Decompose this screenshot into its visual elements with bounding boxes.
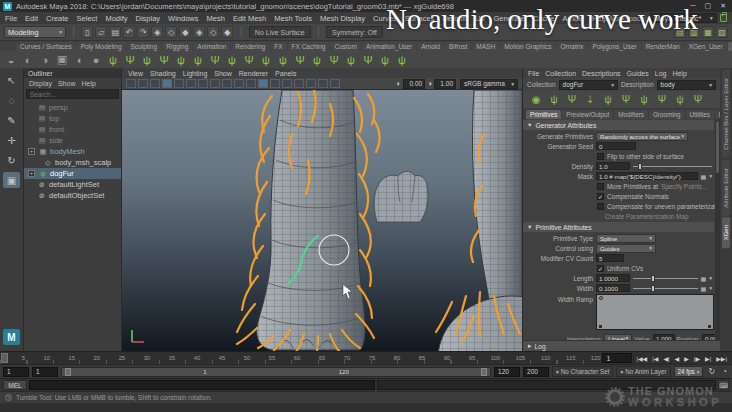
viewport-toolbar-icon[interactable] [306, 79, 316, 88]
xgen-scrollbar[interactable] [715, 119, 720, 340]
uniform-cvs-checkbox[interactable]: ✓ [597, 265, 604, 272]
shelf-tool-icon[interactable]: ψ [259, 53, 273, 67]
expand-icon[interactable]: + [28, 170, 35, 177]
sidebar-toggle-icon[interactable]: ▤ [674, 26, 686, 38]
viewport-toolbar-icon[interactable] [282, 79, 292, 88]
shelf-tool-icon[interactable]: ψ [191, 53, 205, 67]
lasso-select-tool-icon[interactable]: ◌ [3, 92, 20, 108]
more-primitives-checkbox[interactable] [597, 183, 604, 190]
shelf-tab[interactable]: Polygons_User [589, 42, 641, 51]
flip-checkbox[interactable] [597, 153, 604, 160]
rotate-tool-icon[interactable]: ↻ [3, 152, 20, 168]
generator-attributes-header[interactable]: ▼ Generator Attributes [523, 120, 714, 130]
xgen-tab[interactable]: Utilities [686, 110, 714, 119]
status-tool-icon[interactable]: ◆ [179, 26, 191, 38]
script-editor-icon[interactable]: ⌨ [718, 380, 729, 390]
chevron-down-icon[interactable]: ▾ [709, 275, 712, 281]
shelf-tool-icon[interactable]: Ψ [123, 53, 137, 67]
menu-item[interactable]: Display [136, 14, 161, 23]
select-tool-icon[interactable]: ↖ [3, 72, 20, 88]
step-forward-frame-button[interactable]: ▶| [703, 354, 713, 363]
shelf-tool-icon[interactable]: ▣ [55, 53, 69, 67]
menu-item[interactable]: UV [475, 14, 485, 23]
step-back-frame-button[interactable]: |◀ [650, 354, 660, 363]
sidebar-toggle-icon[interactable]: ▧ [716, 26, 728, 38]
xgen-tool-icon[interactable]: ◉ [529, 93, 543, 106]
map-icon[interactable]: ▦ [701, 275, 707, 282]
symmetry-field[interactable]: Symmetry: Off [326, 26, 383, 38]
tab-attribute-editor[interactable]: Attribute Editor [722, 160, 730, 216]
xgen-tab[interactable]: Preview/Output [562, 110, 613, 119]
shelf-tab[interactable]: Bifrost [445, 42, 471, 51]
xgen-tool-icon[interactable]: Ψ [655, 93, 669, 106]
close-icon[interactable]: ✕ [720, 2, 726, 10]
outliner-menu-item[interactable]: Display [29, 80, 52, 87]
outliner-item-defaultlightset[interactable]: ⊘ defaultLightSet [24, 179, 121, 190]
range-slider-bar[interactable]: 1 120 [61, 367, 491, 377]
maximize-icon[interactable]: ▢ [705, 2, 712, 10]
status-tool-icon[interactable]: ◇ [207, 26, 219, 38]
mask-expression-field[interactable]: 1.0 # map('${DESC}/density/') [596, 172, 698, 180]
viewport-menu-item[interactable]: Renderer [239, 70, 268, 77]
viewport-toolbar-icon[interactable] [222, 79, 232, 88]
shelf-tab[interactable]: XGen [728, 42, 732, 51]
shelf-tab[interactable]: FX [270, 42, 286, 51]
shelf-tab[interactable]: Motion Graphics [500, 42, 555, 51]
viewport-toolbar-icon[interactable] [186, 79, 196, 88]
colorspace-select[interactable]: sRGB gamma ▾ [460, 79, 518, 89]
viewport-toolbar-icon[interactable] [294, 79, 304, 88]
primitive-attributes-header[interactable]: ▼ Primitive Attributes [523, 222, 714, 232]
generator-seed-field[interactable]: 0 [596, 142, 636, 150]
menu-item[interactable]: Cache [533, 14, 555, 23]
outliner-item-persp[interactable]: ▤ persp [24, 102, 121, 113]
menu-item[interactable]: Help [592, 14, 607, 23]
outliner-item-defaultobjectset[interactable]: ⊘ defaultObjectSet [24, 190, 121, 201]
workspace-select[interactable]: Maya Classic* ▾ [650, 13, 717, 23]
viewport-toolbar-icon[interactable] [174, 79, 184, 88]
menu-item[interactable]: Generate [493, 14, 524, 23]
viewport-toolbar-icon[interactable] [150, 79, 160, 88]
xgen-menu-item[interactable]: Help [672, 70, 686, 77]
xgen-tab[interactable]: Primitives [526, 110, 561, 119]
shelf-tool-icon[interactable]: Ψ [327, 53, 341, 67]
shelf-tab[interactable]: XGen_User [685, 42, 727, 51]
viewport-toolbar-icon[interactable] [138, 79, 148, 88]
xgen-menu-item[interactable]: Descriptions [582, 70, 621, 77]
shelf-tool-icon[interactable]: ψ [378, 53, 392, 67]
viewport-toolbar-icon[interactable] [198, 79, 208, 88]
xgen-tool-icon[interactable]: ψ [547, 93, 561, 106]
outliner-item-bodymesh[interactable]: + ▦ bodyMesh [24, 146, 121, 157]
viewport-toolbar-icon[interactable] [126, 79, 136, 88]
shelf-tab[interactable]: Poly Modeling [77, 42, 126, 51]
shelf-tool-icon[interactable]: ◑ [38, 53, 52, 67]
shelf-tab[interactable]: RenderMan [642, 42, 684, 51]
map-icon[interactable]: ▦ [701, 285, 707, 292]
status-tool-icon[interactable]: ↶ [123, 26, 135, 38]
shelf-tab[interactable]: Animation [193, 42, 230, 51]
go-to-start-button[interactable]: |◀◀ [634, 354, 649, 363]
outliner-item-front[interactable]: ▤ front [24, 124, 121, 135]
viewport-menu-item[interactable]: Show [214, 70, 232, 77]
range-end-handle[interactable] [481, 368, 487, 376]
shelf-tool-icon[interactable]: ψ [344, 53, 358, 67]
specify-points-button[interactable]: Specify Points... [661, 183, 707, 190]
viewport-toolbar-icon[interactable] [258, 79, 268, 88]
menu-item[interactable]: Edit [25, 14, 38, 23]
range-start-handle[interactable] [65, 368, 71, 376]
step-forward-key-button[interactable]: |▶ [692, 354, 702, 363]
animation-end-field[interactable]: 200 [523, 367, 549, 377]
menu-item[interactable]: Select [77, 14, 98, 23]
status-tool-icon[interactable]: ▱ [95, 26, 107, 38]
menu-item[interactable]: Mesh [207, 14, 225, 23]
xgen-tool-icon[interactable]: Ψ [619, 93, 633, 106]
sidebar-toggle-icon[interactable]: ▦ [702, 26, 714, 38]
chevron-down-icon[interactable]: ▾ [709, 285, 712, 291]
live-surface-field[interactable]: No Live Surface [249, 26, 311, 38]
tab-channel-box[interactable]: Channel Box / Layer Editor [722, 70, 730, 158]
shelf-tab[interactable]: Curves / Surfaces [16, 42, 76, 51]
shelf-tab[interactable]: Rendering [231, 42, 269, 51]
shelf-tool-icon[interactable]: ψ [140, 53, 154, 67]
loop-toggle-icon[interactable]: ↻ [706, 367, 717, 376]
outliner-menu-item[interactable]: Help [81, 80, 95, 87]
status-tool-icon[interactable]: ◈ [193, 26, 205, 38]
